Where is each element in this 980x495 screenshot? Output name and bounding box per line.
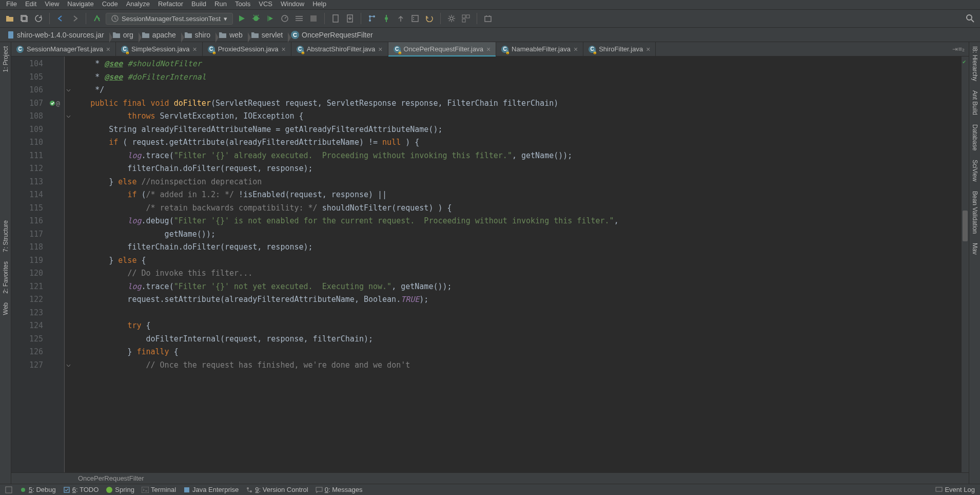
close-icon[interactable]: ×	[646, 45, 650, 53]
menu-code[interactable]: Code	[99, 0, 121, 9]
menu-run[interactable]: Run	[211, 0, 230, 9]
error-stripe[interactable]: ✔	[962, 56, 969, 472]
tool-project[interactable]: 1: Project	[2, 44, 9, 74]
folder-icon	[251, 31, 259, 39]
status-messages[interactable]: 0: Messages	[316, 486, 363, 493]
editor-tab[interactable]: C🔒ProxiedSession.java×	[203, 42, 291, 56]
menu-vcs[interactable]: VCS	[256, 0, 276, 9]
hide-tool-windows-icon[interactable]	[5, 486, 12, 493]
svg-point-25	[21, 488, 25, 492]
close-icon[interactable]: ×	[193, 45, 197, 53]
sync-icon[interactable]	[33, 13, 44, 24]
tool-sciview[interactable]: SciView	[971, 158, 978, 183]
crumb-shiro[interactable]: shiro	[181, 31, 215, 39]
line-number-gutter: 1041051061071081091101111121131141151161…	[11, 56, 48, 472]
code-area[interactable]: * @see #shouldNotFilter * @see #doFilter…	[72, 56, 962, 472]
status-todo[interactable]: 6: TODO	[63, 486, 99, 493]
revert-icon[interactable]	[424, 13, 435, 24]
close-icon[interactable]: ×	[486, 45, 491, 53]
open-icon[interactable]	[4, 13, 15, 24]
dump-icon[interactable]	[344, 13, 356, 24]
close-icon[interactable]: ×	[574, 45, 578, 53]
coverage-icon[interactable]	[265, 13, 276, 24]
sdk-icon[interactable]	[482, 13, 494, 24]
build-icon[interactable]	[91, 13, 103, 24]
tool-database[interactable]: Database	[971, 122, 978, 153]
menu-window[interactable]: Window	[278, 0, 307, 9]
run-icon[interactable]	[236, 13, 247, 24]
status-version-control[interactable]: 9: Version Control	[246, 486, 308, 493]
menu-tools[interactable]: Tools	[232, 0, 253, 9]
vcs-branch-icon[interactable]	[366, 13, 378, 24]
forward-icon[interactable]	[69, 13, 81, 24]
attach-icon[interactable]	[330, 13, 341, 24]
vcs-icon	[246, 486, 253, 493]
tab-label: SessionManagerTest.java	[27, 45, 103, 53]
svg-rect-18	[466, 15, 469, 18]
crumb-label: shiro-web-1.4.0-sources.jar	[17, 31, 104, 39]
status-spring[interactable]: Spring	[106, 486, 134, 493]
menu-build[interactable]: Build	[188, 0, 209, 9]
scrollbar-thumb[interactable]	[963, 211, 968, 241]
menu-edit[interactable]: Edit	[22, 0, 40, 9]
class-icon: C🔒	[208, 46, 215, 53]
stop-icon[interactable]	[308, 13, 319, 24]
debug-icon[interactable]	[250, 13, 262, 24]
close-icon[interactable]: ×	[106, 45, 110, 53]
code-editor[interactable]: 1041051061071081091101111121131141151161…	[11, 56, 969, 472]
svg-rect-33	[936, 487, 942, 491]
menu-view[interactable]: View	[42, 0, 62, 9]
editor-tab[interactable]: C🔒ShiroFilter.java×	[583, 42, 656, 56]
crumb-apache[interactable]: apache	[139, 31, 181, 39]
close-icon[interactable]: ×	[378, 45, 382, 53]
crumb-label: org	[123, 31, 133, 39]
search-everywhere-icon[interactable]	[965, 13, 976, 24]
crumb-org[interactable]: org	[109, 31, 139, 39]
menu-refactor[interactable]: Refactor	[155, 0, 186, 9]
svg-point-15	[413, 19, 414, 20]
project-structure-icon[interactable]	[460, 13, 472, 24]
crumb-class[interactable]: C OncePerRequestFilter	[288, 31, 378, 39]
editor-tab[interactable]: C🔒OncePerRequestFilter.java×	[388, 42, 497, 56]
messages-icon	[316, 487, 323, 493]
svg-rect-13	[412, 15, 418, 22]
crumb-web[interactable]: web	[215, 31, 248, 39]
vcs-commit-icon[interactable]	[381, 13, 392, 24]
run-anything-icon[interactable]	[293, 13, 305, 24]
svg-rect-24	[6, 487, 12, 493]
editor-tab[interactable]: C🔒AbstractShiroFilter.java×	[291, 42, 388, 56]
tool-ant-build[interactable]: Ant Build	[971, 88, 978, 117]
crumb-servlet[interactable]: servlet	[248, 31, 288, 39]
tool-favorites[interactable]: 2: Favorites	[2, 259, 9, 296]
tool-web[interactable]: Web	[2, 300, 9, 317]
menu-analyze[interactable]: Analyze	[123, 0, 153, 9]
close-icon[interactable]: ×	[281, 45, 285, 53]
back-icon[interactable]	[55, 13, 66, 24]
tool-hierarchy[interactable]: I8: Hierarchy	[971, 44, 978, 83]
run-config-selector[interactable]: SessionManagerTest.sessionTest ▾	[106, 13, 233, 25]
folder-icon	[112, 31, 121, 39]
inspection-ok-icon: ✔	[963, 59, 966, 65]
profile-icon[interactable]	[279, 13, 290, 24]
tool-maven[interactable]: Mav	[971, 241, 978, 257]
navigation-bar-bottom[interactable]: OncePerRequestFilter	[11, 472, 969, 484]
status-debug[interactable]: 5: Debug	[19, 486, 56, 493]
editor-tab[interactable]: C🔒NameableFilter.java×	[496, 42, 583, 56]
tool-structure[interactable]: 7: Structure	[2, 218, 9, 254]
menu-help[interactable]: Help	[309, 0, 329, 9]
tool-bean-validation[interactable]: Bean Validation	[971, 189, 978, 236]
status-event-log[interactable]: Event Log	[935, 486, 975, 493]
crumb-jar[interactable]: shiro-web-1.4.0-sources.jar	[4, 31, 109, 39]
tab-list-icon[interactable]: ⇥≡₂	[952, 45, 965, 53]
vcs-history-icon[interactable]	[409, 13, 421, 24]
editor-tab[interactable]: CSessionManagerTest.java×	[11, 42, 116, 56]
status-java-enterprise[interactable]: Java Enterprise	[183, 486, 239, 493]
save-all-icon[interactable]	[18, 13, 30, 24]
status-terminal[interactable]: Terminal	[142, 486, 176, 493]
settings-icon[interactable]	[446, 13, 457, 24]
vcs-push-icon[interactable]	[395, 13, 406, 24]
menu-file[interactable]: File	[3, 0, 20, 9]
editor-tab[interactable]: C🔒SimpleSession.java×	[116, 42, 203, 56]
tab-label: AbstractShiroFilter.java	[307, 45, 376, 53]
menu-navigate[interactable]: Navigate	[64, 0, 96, 9]
